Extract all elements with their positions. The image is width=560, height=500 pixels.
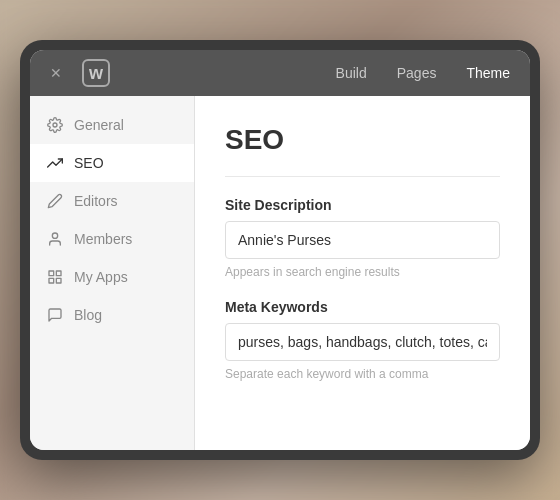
sidebar-item-label: My Apps: [74, 269, 128, 285]
trending-icon: [46, 154, 64, 172]
site-description-label: Site Description: [225, 197, 500, 213]
close-button[interactable]: ✕: [50, 65, 62, 81]
meta-keywords-label: Meta Keywords: [225, 299, 500, 315]
sidebar: General SEO Editors: [30, 96, 195, 450]
sidebar-item-members[interactable]: Members: [30, 220, 194, 258]
sidebar-item-editors[interactable]: Editors: [30, 182, 194, 220]
grid-icon: [46, 268, 64, 286]
logo: w: [82, 59, 110, 87]
chat-icon: [46, 306, 64, 324]
svg-rect-4: [56, 278, 61, 283]
sidebar-item-general[interactable]: General: [30, 106, 194, 144]
sidebar-item-seo[interactable]: SEO: [30, 144, 194, 182]
meta-keywords-hint: Separate each keyword with a comma: [225, 367, 500, 381]
tablet-frame: ✕ w Build Pages Theme General: [20, 40, 540, 460]
nav-build[interactable]: Build: [336, 65, 367, 81]
sidebar-item-label: Members: [74, 231, 132, 247]
sidebar-item-label: SEO: [74, 155, 104, 171]
gear-icon: [46, 116, 64, 134]
sidebar-item-myapps[interactable]: My Apps: [30, 258, 194, 296]
sidebar-item-blog[interactable]: Blog: [30, 296, 194, 334]
site-description-hint: Appears in search engine results: [225, 265, 500, 279]
divider: [225, 176, 500, 177]
nav-pages[interactable]: Pages: [397, 65, 437, 81]
svg-point-0: [53, 123, 57, 127]
page-title: SEO: [225, 124, 500, 156]
field-site-description: Site Description Appears in search engin…: [225, 197, 500, 279]
nav-links: Build Pages Theme: [336, 65, 510, 81]
field-meta-keywords: Meta Keywords Separate each keyword with…: [225, 299, 500, 381]
main-area: General SEO Editors: [30, 96, 530, 450]
person-icon: [46, 230, 64, 248]
svg-rect-5: [49, 278, 54, 283]
sidebar-item-label: General: [74, 117, 124, 133]
meta-keywords-input[interactable]: [225, 323, 500, 361]
content-panel: SEO Site Description Appears in search e…: [195, 96, 530, 450]
svg-rect-3: [56, 271, 61, 276]
top-nav: ✕ w Build Pages Theme: [30, 50, 530, 96]
svg-rect-2: [49, 271, 54, 276]
svg-point-1: [52, 233, 57, 238]
sidebar-item-label: Editors: [74, 193, 118, 209]
sidebar-item-label: Blog: [74, 307, 102, 323]
nav-theme[interactable]: Theme: [466, 65, 510, 81]
tablet-screen: ✕ w Build Pages Theme General: [30, 50, 530, 450]
site-description-input[interactable]: [225, 221, 500, 259]
pencil-icon: [46, 192, 64, 210]
